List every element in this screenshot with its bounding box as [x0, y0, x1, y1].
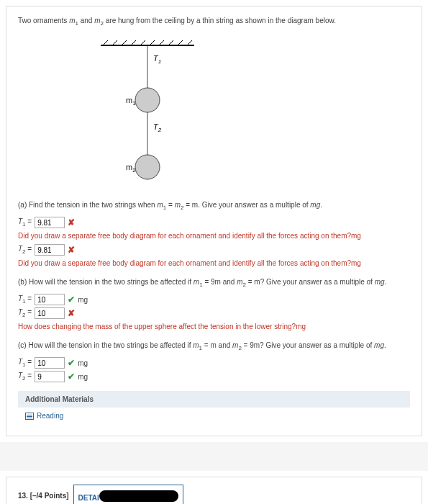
- reading-label: Reading: [37, 412, 63, 420]
- ornament-diagram: T1 m1 T2 m2: [97, 40, 198, 191]
- svg-line-4: [131, 40, 136, 45]
- question-12-card: Two ornaments m1 and m2 are hung from th…: [6, 6, 422, 436]
- q12c-T2-row: T2 = ✔ mg: [18, 371, 410, 382]
- svg-line-8: [168, 40, 173, 45]
- q12a-feedback2: Did you draw a separate free body diagra…: [18, 258, 410, 269]
- wrong-icon: ✘: [68, 217, 75, 228]
- q12a-T2-row: T2 = ✘: [18, 244, 410, 256]
- card-gap: [0, 442, 428, 471]
- reading-link[interactable]: Reading: [18, 408, 410, 424]
- svg-line-10: [187, 40, 192, 45]
- svg-point-12: [135, 88, 160, 112]
- svg-point-14: [135, 155, 160, 179]
- details-button[interactable]: DETAI: [73, 485, 183, 504]
- q13-header: 13. [–/4 Points] DETAI: [6, 477, 422, 504]
- svg-line-9: [178, 40, 183, 45]
- svg-line-6: [150, 40, 155, 45]
- correct-icon: ✔: [68, 294, 75, 305]
- wrong-icon: ✘: [68, 245, 75, 255]
- svg-line-2: [112, 40, 117, 45]
- svg-line-3: [122, 40, 127, 45]
- wrong-icon: ✘: [68, 308, 75, 318]
- q12a-T2-input[interactable]: [35, 244, 65, 256]
- q12-part-a: (a) Find the tension in the two strings …: [18, 199, 410, 212]
- book-icon: [25, 413, 34, 420]
- svg-text:m2: m2: [126, 163, 136, 174]
- svg-line-1: [103, 40, 108, 45]
- question-13-card: 13. [–/4 Points] DETAI MY NOTES ASK YOUR…: [6, 477, 422, 504]
- q12-part-b: (b) How will the tension in the two stri…: [18, 276, 410, 289]
- q12c-T1-row: T1 = ✔ mg: [18, 357, 410, 369]
- svg-text:m1: m1: [126, 96, 136, 107]
- q13-points: 13. [–/4 Points]: [18, 492, 69, 500]
- q12b-T2-row: T2 = ✘: [18, 307, 410, 319]
- svg-text:T1: T1: [153, 54, 161, 65]
- redacted-icon: [99, 490, 178, 502]
- q12c-T2-input[interactable]: [35, 371, 65, 382]
- q12a-T1-row: T1 = ✘: [18, 217, 410, 228]
- correct-icon: ✔: [68, 358, 75, 368]
- q12c-T1-input[interactable]: [35, 357, 65, 369]
- q12a-T1-input[interactable]: [35, 217, 65, 228]
- q12b-T1-input[interactable]: [35, 294, 65, 305]
- svg-text:T2: T2: [153, 122, 162, 133]
- correct-icon: ✔: [68, 372, 75, 382]
- q12-part-c: (c) How will the tension in the two stri…: [18, 340, 410, 353]
- svg-line-5: [140, 40, 145, 45]
- q12-intro: Two ornaments m1 and m2 are hung from th…: [18, 15, 410, 28]
- svg-line-7: [159, 40, 164, 45]
- q12b-T1-row: T1 = ✔ mg: [18, 294, 410, 305]
- q12b-T2-input[interactable]: [35, 307, 65, 319]
- q12b-feedback: How does changing the mass of the upper …: [18, 321, 410, 333]
- additional-materials-header: Additional Materials: [18, 391, 410, 408]
- q12a-feedback1: Did you draw a separate free body diagra…: [18, 230, 410, 242]
